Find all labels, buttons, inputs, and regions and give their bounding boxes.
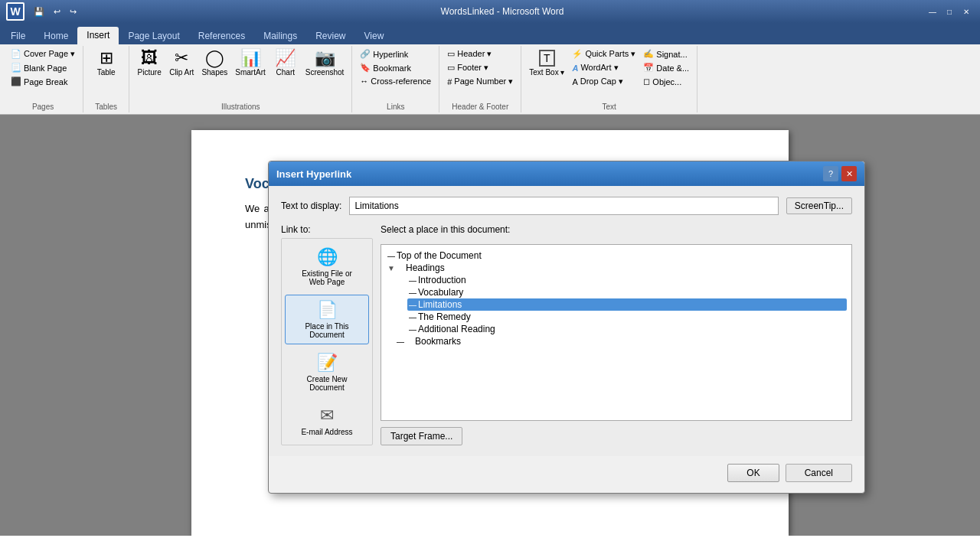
text-box-icon: T	[539, 50, 555, 67]
tree-item-introduction[interactable]: — Introduction	[407, 274, 847, 286]
screenshot-button[interactable]: 📷 Screenshot	[302, 47, 348, 79]
undo-qa-btn[interactable]: ↩	[51, 5, 64, 18]
link-email-address-item[interactable]: ✉ E-mail Address	[285, 400, 369, 442]
save-qa-btn[interactable]: 💾	[31, 5, 47, 18]
tree-item-vocabulary[interactable]: — Vocabulary	[407, 286, 847, 298]
date-time-icon: 📅	[643, 63, 654, 73]
shapes-button[interactable]: ◯ Shapes	[198, 47, 230, 79]
target-frame-button[interactable]: Target Frame...	[381, 427, 462, 445]
wordart-button[interactable]: A WordArt ▾	[569, 61, 639, 74]
cancel-button[interactable]: Cancel	[786, 464, 852, 482]
minimize-btn[interactable]: —	[925, 4, 940, 19]
shapes-label: Shapes	[201, 68, 227, 77]
signature-button[interactable]: ✍ Signat...	[640, 47, 692, 60]
place-in-document-icon: 📄	[317, 300, 338, 320]
wordart-label: WordArt ▾	[580, 63, 618, 73]
dialog-close-btn[interactable]: ✕	[841, 166, 857, 181]
redo-qa-btn[interactable]: ↪	[67, 5, 80, 18]
text-to-display-input[interactable]	[349, 197, 778, 215]
tree-expand-bookmarks: —	[395, 337, 406, 346]
link-create-new-item[interactable]: 📝 Create NewDocument	[285, 347, 369, 397]
dialog-right-panel: Select a place in this document: — Top o…	[381, 224, 852, 445]
blank-page-button[interactable]: 📃 Blank Page	[8, 61, 78, 74]
dialog-help-btn[interactable]: ?	[823, 166, 838, 181]
drop-cap-button[interactable]: A Drop Cap ▾	[569, 75, 639, 88]
ribbon-group-pages: 📄 Cover Page ▾ 📃 Blank Page ⬛ Page Break…	[3, 46, 83, 112]
footer-button[interactable]: ▭ Footer ▾	[444, 61, 516, 74]
tab-review[interactable]: Review	[306, 28, 354, 44]
quick-parts-button[interactable]: ⚡ Quick Parts ▾	[569, 47, 639, 60]
text-display-label: Text to display:	[281, 201, 341, 211]
bookmark-button[interactable]: 🔖 Bookmark	[357, 61, 434, 74]
signature-icon: ✍	[643, 49, 654, 59]
tree-item-top-of-document[interactable]: — Top of the Document	[386, 249, 847, 262]
object-button[interactable]: ◻ Objec...	[640, 75, 692, 88]
text-group-content: T Text Box ▾ ⚡ Quick Parts ▾ A WordArt ▾…	[526, 47, 692, 101]
tree-item-headings[interactable]: ▼ Headings	[386, 262, 847, 274]
screentip-button[interactable]: ScreenTip...	[786, 197, 852, 214]
page-break-button[interactable]: ⬛ Page Break	[8, 75, 78, 88]
document-tree[interactable]: — Top of the Document ▼ Headings —	[381, 244, 852, 421]
tab-insert[interactable]: Insert	[77, 27, 119, 44]
close-btn[interactable]: ✕	[959, 4, 974, 19]
link-to-container: Link to: 🌐 Existing File orWeb Page 📄 Pl…	[281, 224, 373, 445]
tree-expand-intro: —	[407, 276, 418, 285]
tree-item-the-remedy[interactable]: — The Remedy	[407, 311, 847, 323]
word-logo-icon: W	[6, 2, 24, 21]
link-to-panel: 🌐 Existing File orWeb Page 📄 Place in Th…	[281, 238, 373, 445]
date-time-button[interactable]: 📅 Date &...	[640, 61, 692, 74]
hyperlink-button[interactable]: 🔗 Hyperlink	[357, 47, 434, 60]
clip-art-button[interactable]: ✂ Clip Art	[166, 47, 197, 79]
picture-button[interactable]: 🖼 Picture	[134, 47, 165, 79]
tab-file[interactable]: File	[2, 28, 34, 44]
tree-expand-top: —	[386, 252, 397, 260]
hyperlink-icon: 🔗	[360, 49, 371, 59]
tree-item-additional-reading[interactable]: — Additional Reading	[407, 323, 847, 335]
header-footer-col: ▭ Header ▾ ▭ Footer ▾ # Page Number ▾	[444, 47, 516, 88]
quick-access-toolbar: 💾 ↩ ↪	[31, 5, 80, 18]
table-button[interactable]: ⊞ Table	[91, 47, 122, 79]
text-to-display-row: Text to display: ScreenTip...	[281, 197, 852, 215]
clip-art-icon: ✂	[175, 50, 188, 67]
header-button[interactable]: ▭ Header ▾	[444, 47, 516, 60]
page-break-icon: ⬛	[11, 77, 21, 86]
clip-art-label: Clip Art	[169, 68, 194, 77]
cover-page-button[interactable]: 📄 Cover Page ▾	[8, 47, 78, 60]
link-existing-file-item[interactable]: 🌐 Existing File orWeb Page	[285, 242, 369, 292]
dialog-overlay: Insert Hyperlink ? ✕ Text to display: Sc…	[153, 115, 980, 536]
illustrations-group-content: 🖼 Picture ✂ Clip Art ◯ Shapes 📊 SmartArt…	[134, 47, 347, 101]
picture-icon: 🖼	[141, 50, 158, 67]
tab-mailings[interactable]: Mailings	[254, 28, 306, 44]
insert-hyperlink-dialog: Insert Hyperlink ? ✕ Text to display: Sc…	[268, 161, 865, 494]
smartart-button[interactable]: 📊 SmartArt	[232, 47, 268, 79]
hyperlink-label: Hyperlink	[373, 50, 408, 59]
page-number-label: Page Number ▾	[454, 77, 513, 86]
tree-expand-vocab: —	[407, 289, 418, 297]
page-number-icon: #	[447, 77, 452, 86]
cover-page-label: Cover Page ▾	[24, 49, 75, 59]
ribbon-group-illustrations: 🖼 Picture ✂ Clip Art ◯ Shapes 📊 SmartArt…	[129, 46, 352, 112]
tree-item-limitations[interactable]: — Limitations	[407, 298, 847, 311]
tab-home[interactable]: Home	[34, 28, 77, 44]
tab-page-layout[interactable]: Page Layout	[119, 28, 188, 44]
link-place-in-document-item[interactable]: 📄 Place in ThisDocument	[285, 295, 369, 344]
tree-item-bookmarks[interactable]: — Bookmarks	[386, 335, 847, 347]
table-label: Table	[97, 68, 116, 77]
smartart-icon: 📊	[240, 50, 261, 67]
tab-view[interactable]: View	[355, 28, 394, 44]
window-title: WordsLinked - Microsoft Word	[80, 6, 925, 17]
text-box-label: Text Box ▾	[529, 68, 564, 77]
ok-button[interactable]: OK	[727, 464, 779, 482]
page-number-button[interactable]: # Page Number ▾	[444, 75, 516, 88]
text-box-button[interactable]: T Text Box ▾	[526, 47, 567, 79]
tree-label-limitations: Limitations	[418, 299, 462, 310]
chart-button[interactable]: 📈 Chart	[270, 47, 301, 79]
text-group-label: Text	[603, 101, 616, 111]
maximize-btn[interactable]: □	[942, 4, 957, 19]
signature-label: Signat...	[656, 50, 687, 59]
tree-label-top: Top of the Document	[397, 250, 482, 261]
tab-references[interactable]: References	[189, 28, 254, 44]
cross-reference-button[interactable]: ↔ Cross-reference	[357, 75, 434, 87]
cross-reference-icon: ↔	[360, 77, 368, 86]
page-break-label: Page Break	[24, 77, 67, 86]
